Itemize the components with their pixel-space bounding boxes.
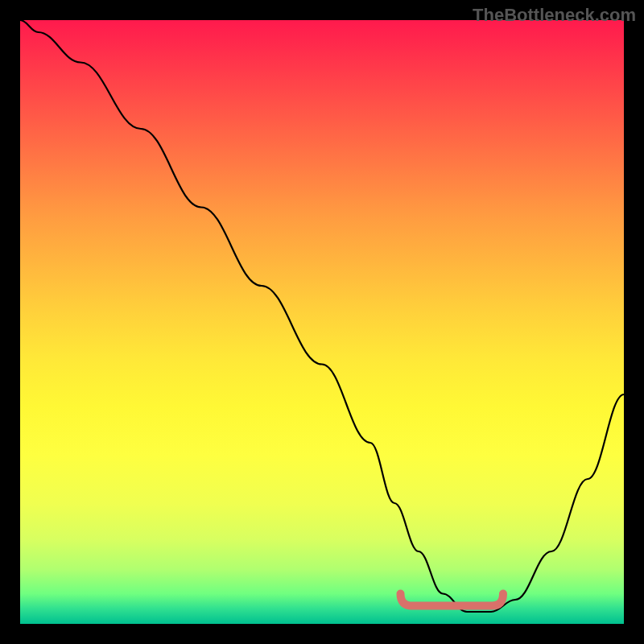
bottleneck-curve-line	[20, 20, 624, 612]
watermark-text: TheBottleneck.com	[473, 5, 636, 26]
chart-svg	[20, 20, 624, 624]
chart-container: TheBottleneck.com	[0, 0, 644, 644]
